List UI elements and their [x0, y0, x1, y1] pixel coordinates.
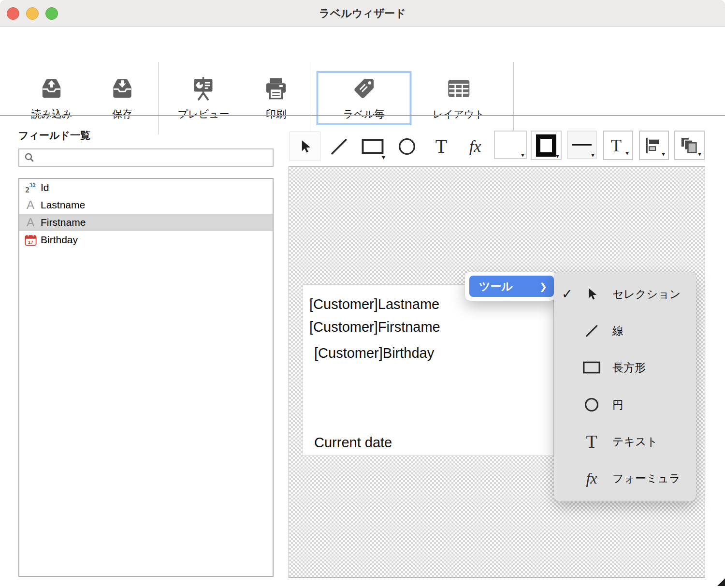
canvas-field-lastname[interactable]: [Customer]Lastname: [309, 296, 439, 312]
date-type-icon: 17: [22, 234, 39, 246]
app-toolbar: 読み込み 保存: [0, 27, 725, 115]
dropdown-arrow-icon: ▾: [521, 151, 524, 158]
cursor-icon: [298, 138, 312, 155]
dropdown-arrow-icon: ▾: [591, 151, 594, 158]
toolbar-separator: [158, 62, 159, 134]
formula-tool-icon: fx: [469, 137, 481, 156]
text-type-icon: A: [22, 199, 39, 211]
rectangle-icon: [582, 361, 601, 374]
search-icon: [24, 152, 35, 165]
submenu-item-circle[interactable]: 円: [554, 386, 696, 423]
field-name: Firstname: [41, 217, 86, 228]
text-icon: T: [582, 431, 601, 452]
circle-icon: [397, 137, 417, 156]
preview-label: プレビュー: [178, 107, 230, 121]
canvas-field-birthday[interactable]: [Customer]Birthday: [314, 345, 434, 361]
cursor-icon: [582, 286, 601, 302]
per-label-button[interactable]: ラベル毎: [317, 71, 412, 125]
import-tray-icon: [39, 76, 65, 101]
text-type-icon: A: [22, 217, 39, 228]
print-button[interactable]: 印刷: [264, 71, 288, 125]
import-button[interactable]: 読み込み: [31, 71, 72, 125]
dropdown-arrow-icon: ▾: [556, 152, 559, 159]
submenu-item-line[interactable]: 線: [554, 312, 696, 349]
submenu-item-rectangle[interactable]: 長方形: [554, 349, 696, 386]
per-label-label: ラベル毎: [343, 107, 384, 121]
toolbar-divider: [0, 115, 725, 116]
print-label: 印刷: [266, 107, 286, 121]
layers-icon: [679, 135, 699, 156]
preview-easel-icon: [191, 76, 216, 101]
toolbar-separator: [513, 62, 514, 134]
field-list: 232 Id A Lastname A Firstname 17 Birthda…: [18, 178, 274, 577]
formula-tool-button[interactable]: fx: [461, 132, 489, 161]
save-button[interactable]: 保存: [109, 71, 135, 125]
alignment-button[interactable]: ▾: [639, 131, 669, 160]
border-color-swatch: [536, 134, 556, 157]
line-icon: [582, 323, 601, 339]
rectangle-dropdown-arrow[interactable]: ▾: [382, 154, 385, 161]
selection-tool-button[interactable]: [290, 132, 320, 161]
window-title: ラベルウィザード: [0, 0, 725, 27]
formula-icon: fx: [582, 470, 601, 487]
layout-grid-icon: [446, 76, 471, 101]
field-search-box[interactable]: [18, 148, 274, 167]
text-tool-icon: T: [435, 135, 447, 158]
text-style-button[interactable]: T ▾: [603, 131, 633, 160]
save-label: 保存: [112, 107, 132, 121]
label-tag-icon: [352, 76, 376, 101]
number-type-icon: 232: [22, 183, 39, 193]
arrange-button[interactable]: ▾: [674, 131, 705, 160]
dropdown-arrow-icon: ▾: [625, 149, 629, 156]
canvas-text-current-date[interactable]: Current date: [314, 435, 392, 451]
search-input[interactable]: [39, 150, 273, 166]
label-wizard-window: ラベルウィザード 読み込み 保存: [0, 0, 725, 588]
toolbar-separator: [310, 62, 310, 134]
rectangle-tool-button[interactable]: ▾: [359, 132, 387, 161]
preview-button[interactable]: プレビュー: [178, 71, 230, 125]
line-style-button[interactable]: ▾: [567, 131, 597, 159]
field-row-id[interactable]: 232 Id: [19, 179, 273, 196]
resize-grip[interactable]: [717, 578, 725, 588]
layout-button[interactable]: レイアウト: [433, 71, 484, 125]
titlebar: ラベルウィザード: [0, 0, 725, 27]
fields-panel-title: フィールド一覧: [18, 129, 90, 142]
dropdown-arrow-icon: ▾: [662, 150, 665, 157]
canvas-field-firstname[interactable]: [Customer]Firstname: [309, 319, 440, 335]
alignment-icon: [643, 135, 662, 156]
field-name: Lastname: [41, 199, 85, 211]
tools-menu-label: ツール: [479, 279, 513, 294]
save-tray-icon: [109, 76, 135, 101]
import-label: 読み込み: [31, 107, 72, 121]
field-row-lastname[interactable]: A Lastname: [19, 196, 273, 214]
submenu-item-formula[interactable]: fx フォーミュラ: [554, 460, 696, 497]
field-name: Id: [41, 182, 49, 193]
chevron-right-icon: ❯: [539, 281, 547, 292]
text-style-icon: T: [611, 135, 622, 156]
border-color-button[interactable]: ▾: [531, 131, 562, 160]
context-menu-item-tools[interactable]: ツール ❯: [469, 276, 554, 297]
line-tool-button[interactable]: [325, 132, 353, 161]
text-tool-button[interactable]: T: [427, 132, 455, 161]
fill-color-button[interactable]: ▾: [494, 131, 527, 159]
layout-label: レイアウト: [433, 107, 484, 121]
field-name: Birthday: [41, 234, 78, 246]
ellipse-tool-button[interactable]: [393, 132, 421, 161]
circle-icon: [582, 397, 601, 413]
svg-text:17: 17: [28, 239, 33, 244]
line-icon: [329, 136, 349, 157]
printer-icon: [264, 76, 288, 101]
dropdown-arrow-icon: ▾: [698, 150, 701, 157]
field-row-firstname[interactable]: A Firstname: [19, 214, 273, 231]
rectangle-icon: [361, 138, 384, 155]
field-row-birthday[interactable]: 17 Birthday: [19, 231, 273, 249]
line-style-swatch: [572, 144, 592, 146]
submenu-item-selection[interactable]: ✓ セレクション: [554, 276, 696, 312]
checkmark-icon: ✓: [562, 286, 573, 302]
submenu-item-text[interactable]: T テキスト: [554, 423, 696, 460]
tools-submenu: ✓ セレクション 線 長方形: [554, 272, 696, 501]
